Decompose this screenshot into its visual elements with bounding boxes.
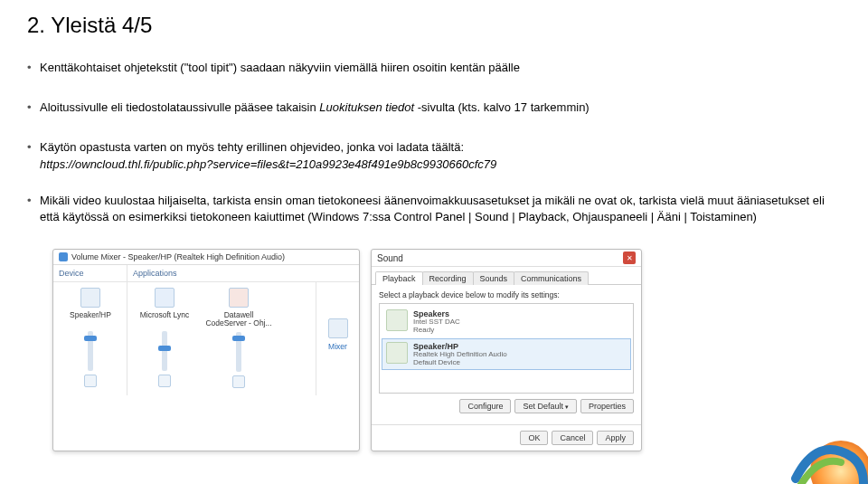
- bullet-backlink: Aloitussivulle eli tiedostolataussivulle…: [27, 100, 841, 116]
- speaker-icon: [386, 309, 408, 331]
- mute-button[interactable]: [84, 375, 97, 387]
- app-icon: [229, 288, 249, 308]
- cancel-button[interactable]: Cancel: [552, 431, 593, 445]
- properties-button[interactable]: Properties: [580, 399, 634, 413]
- device-icon: [80, 288, 100, 308]
- window-title: Volume Mixer - Speaker/HP (Realtek High …: [71, 252, 285, 261]
- close-icon[interactable]: ✕: [623, 251, 636, 264]
- tabs: Playback Recording Sounds Communications: [372, 267, 641, 285]
- app-name: Datawell CodeServer - Ohj...: [203, 311, 274, 328]
- decor-corner-icon: [778, 415, 868, 484]
- tab-sounds[interactable]: Sounds: [473, 271, 515, 285]
- app-name: Microsoft Lync: [129, 311, 200, 327]
- device-column: Speaker/HP: [53, 282, 127, 395]
- tab-playback[interactable]: Playback: [375, 271, 423, 285]
- speaker-icon: [386, 342, 408, 364]
- volume-slider[interactable]: [236, 332, 241, 372]
- speaker-icon: [59, 252, 68, 261]
- set-default-button[interactable]: Set Default: [514, 399, 576, 413]
- volume-slider[interactable]: [162, 331, 167, 371]
- device-label: Device: [53, 265, 127, 282]
- apply-button[interactable]: Apply: [597, 431, 634, 445]
- volume-mixer-window: Volume Mixer - Speaker/HP (Realtek High …: [52, 249, 360, 451]
- device-status: Default Device: [413, 359, 507, 367]
- ok-button[interactable]: OK: [520, 431, 548, 445]
- app-column: Microsoft Lync: [127, 282, 202, 395]
- sound-window: Sound ✕ Playback Recording Sounds Commun…: [371, 249, 642, 451]
- bullet-video: Käytön opastusta varten on myös tehty er…: [27, 139, 841, 172]
- bullet-tooltips: Kenttäkohtaiset ohjetekstit ("tool tipit…: [27, 60, 841, 76]
- device-item[interactable]: Speakers Intel SST DAC Ready: [382, 306, 631, 338]
- mute-button[interactable]: [158, 375, 171, 387]
- slide-title: 2. Yleistä 4/5: [27, 13, 841, 38]
- screenshots: Volume Mixer - Speaker/HP (Realtek High …: [27, 249, 841, 451]
- text: Aloitussivulle eli tiedostolataussivulle…: [40, 100, 590, 114]
- device-list[interactable]: Speakers Intel SST DAC Ready Speaker/HP …: [379, 303, 634, 394]
- window-title: Sound: [377, 253, 403, 263]
- text: Mikäli video kuulostaa hiljaiselta, tark…: [40, 194, 825, 223]
- mute-button[interactable]: [232, 375, 245, 388]
- text: Kenttäkohtaiset ohjetekstit ("tool tipit…: [40, 61, 520, 74]
- device-name: Speaker/HP: [55, 311, 126, 327]
- tab-communications[interactable]: Communications: [514, 271, 589, 285]
- mixer-icon: [328, 318, 348, 338]
- volume-slider[interactable]: [88, 331, 93, 371]
- app-column: Datawell CodeServer - Ohj...: [202, 282, 276, 395]
- app-icon: [155, 288, 175, 308]
- video-url: https://owncloud.thl.fi/public.php?servi…: [40, 157, 496, 171]
- tab-recording[interactable]: Recording: [422, 271, 474, 285]
- window-title-bar: Volume Mixer - Speaker/HP (Realtek High …: [53, 250, 359, 265]
- bullet-audiosettings: Mikäli video kuulostaa hiljaiselta, tark…: [27, 193, 841, 225]
- device-status: Ready: [413, 327, 460, 335]
- applications-label: Applications: [127, 265, 359, 282]
- instruction-text: Select a playback device below to modify…: [379, 290, 634, 299]
- text: Käytön opastusta varten on myös tehty er…: [40, 140, 464, 154]
- configure-button[interactable]: Configure: [459, 399, 511, 413]
- device-item[interactable]: Speaker/HP Realtek High Definition Audio…: [382, 338, 631, 371]
- mixer-label[interactable]: Mixer: [316, 342, 359, 351]
